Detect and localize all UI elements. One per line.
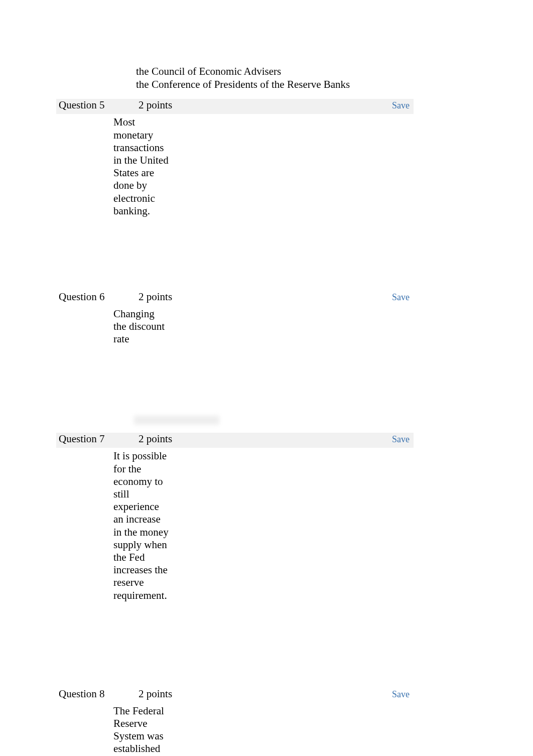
previous-question-options: the Council of Economic Advisers the Con…: [136, 65, 414, 91]
question-header: Question 6 2 points Save: [56, 291, 414, 306]
question-block-8: Question 8 2 points Save The Federal Res…: [56, 688, 414, 756]
obscured-content: [134, 416, 219, 425]
question-text: It is possible for the economy to still …: [113, 450, 170, 601]
question-header: Question 7 2 points Save: [56, 433, 414, 448]
question-points: 2 points: [139, 291, 392, 303]
question-label: Question 5: [59, 99, 139, 111]
question-text: Changing the discount rate: [113, 308, 170, 346]
question-block-7: Question 7 2 points Save It is possible …: [56, 433, 414, 679]
question-points: 2 points: [139, 99, 392, 111]
question-text: The Federal Reserve System was establish…: [113, 705, 170, 756]
question-header: Question 5 2 points Save: [56, 99, 414, 114]
question-label: Question 8: [59, 688, 139, 700]
save-link[interactable]: Save: [392, 689, 414, 700]
option-text[interactable]: the Council of Economic Advisers: [136, 65, 414, 78]
question-block-5: Question 5 2 points Save Most monetary t…: [56, 99, 414, 283]
question-points: 2 points: [139, 688, 392, 700]
question-text: Most monetary transactions in the United…: [113, 116, 170, 217]
save-link[interactable]: Save: [392, 434, 414, 445]
option-text[interactable]: the Conference of Presidents of the Rese…: [136, 78, 414, 91]
save-link[interactable]: Save: [392, 292, 414, 303]
question-points: 2 points: [139, 433, 392, 445]
question-header: Question 8 2 points Save: [56, 688, 414, 703]
question-label: Question 7: [59, 433, 139, 445]
save-link[interactable]: Save: [392, 100, 414, 111]
question-block-6: Question 6 2 points Save Changing the di…: [56, 291, 414, 425]
question-label: Question 6: [59, 291, 139, 303]
